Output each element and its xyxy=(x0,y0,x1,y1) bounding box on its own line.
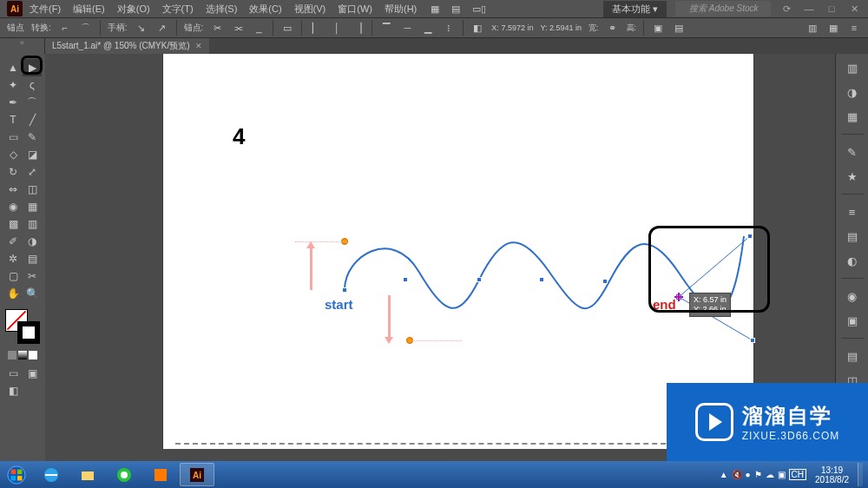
menu-file[interactable]: 文件(F) xyxy=(30,3,61,16)
cut-path-icon[interactable]: ⎯ xyxy=(252,21,266,35)
hand-tool[interactable]: ✋ xyxy=(3,285,23,302)
zoom-tool[interactable]: 🔍 xyxy=(23,285,42,302)
window-close[interactable]: ✕ xyxy=(847,3,861,15)
artboard-tool[interactable]: ▢ xyxy=(3,267,23,285)
panel-appearance-icon[interactable]: ◉ xyxy=(844,287,861,305)
screen-mode-normal[interactable]: ▭ xyxy=(3,365,23,382)
line-tool[interactable]: ╱ xyxy=(23,111,42,129)
curvature-tool[interactable]: ⌒ xyxy=(23,94,42,111)
panel-graphic-styles-icon[interactable]: ▣ xyxy=(844,312,861,329)
panel-toggle-1-icon[interactable]: ▥ xyxy=(806,21,819,35)
lasso-tool[interactable]: ς xyxy=(23,76,42,94)
tray-ime[interactable]: CH xyxy=(789,469,806,480)
anchor-start[interactable] xyxy=(342,287,347,293)
scale-tool[interactable]: ⤢ xyxy=(23,163,42,181)
tray-icon-1[interactable]: 🔇 xyxy=(732,470,742,479)
screen-mode-full[interactable]: ▣ xyxy=(23,365,42,382)
selection-tool[interactable]: ▲ xyxy=(3,59,23,76)
anchor-5[interactable] xyxy=(602,279,608,284)
tray-icon-4[interactable]: ☁ xyxy=(766,470,774,479)
fill-stroke-swatch[interactable] xyxy=(5,309,40,344)
stroke-swatch[interactable] xyxy=(17,321,40,344)
connect-anchor-icon[interactable]: ⫘ xyxy=(231,21,245,35)
y-value[interactable]: 2.5941 in xyxy=(549,23,582,32)
color-mode-buttons[interactable] xyxy=(3,351,42,359)
taskbar-illustrator[interactable]: Ai xyxy=(180,463,214,486)
taskbar-app-orange[interactable] xyxy=(143,463,178,486)
tab-close-icon[interactable]: ✕ xyxy=(195,42,202,50)
taskbar-ie[interactable] xyxy=(34,463,69,486)
align-right-icon[interactable]: ▕ xyxy=(351,21,365,35)
x-value[interactable]: 7.5972 in xyxy=(501,23,533,32)
panel-brushes-icon[interactable]: ✎ xyxy=(844,143,861,161)
search-box[interactable]: 搜索 Adobe Stock xyxy=(675,1,771,16)
taskbar-explorer[interactable] xyxy=(70,463,105,486)
transform-icon[interactable]: ◧ xyxy=(470,21,484,35)
rotate-tool[interactable]: ↻ xyxy=(3,163,23,181)
gradient-tool[interactable]: ▥ xyxy=(23,215,42,233)
blend-tool[interactable]: ◑ xyxy=(23,233,42,250)
graph-tool[interactable]: ▤ xyxy=(23,250,42,267)
remove-anchor-icon[interactable]: ✂ xyxy=(210,21,224,35)
menu-window[interactable]: 窗口(W) xyxy=(338,3,372,16)
window-sync-icon[interactable]: ⟳ xyxy=(779,3,793,15)
anchor-2[interactable] xyxy=(403,277,408,282)
menu-edit[interactable]: 编辑(E) xyxy=(73,3,105,16)
bridge-icon[interactable]: ▦ xyxy=(431,3,439,15)
document-tab[interactable]: L5start_1.ai* @ 150% (CMYK/预览) ✕ xyxy=(45,37,209,54)
align-left-icon[interactable]: ▏ xyxy=(309,21,323,35)
panel-symbols-icon[interactable]: ★ xyxy=(844,168,861,185)
menu-select[interactable]: 选择(S) xyxy=(206,3,238,16)
panel-layers-icon[interactable]: ▤ xyxy=(844,347,861,365)
handle-hide-icon[interactable]: ↗ xyxy=(155,21,169,35)
stock-icon[interactable]: ▤ xyxy=(451,3,460,15)
panel-transparency-icon[interactable]: ◐ xyxy=(844,252,861,269)
align-pixel-icon[interactable]: ▤ xyxy=(672,21,686,35)
isolate-icon[interactable]: ▣ xyxy=(651,21,665,35)
tray-expand-icon[interactable]: ▲ xyxy=(720,470,728,479)
taskbar-360[interactable] xyxy=(107,463,141,486)
tray-icon-2[interactable]: ● xyxy=(746,470,751,479)
align-selection-icon[interactable]: ▭ xyxy=(280,21,294,35)
slice-tool[interactable]: ✂ xyxy=(23,267,42,285)
menu-effect[interactable]: 效果(C) xyxy=(249,3,281,16)
menu-view[interactable]: 视图(V) xyxy=(294,3,326,16)
perspective-tool[interactable]: ▦ xyxy=(23,198,42,215)
menu-type[interactable]: 文字(T) xyxy=(162,3,194,16)
convert-smooth-icon[interactable]: ⌒ xyxy=(79,21,93,35)
panel-swatches-icon[interactable]: ▦ xyxy=(844,108,861,125)
taskbar-clock[interactable]: 13:19 2018/8/2 xyxy=(810,465,854,485)
align-top-icon[interactable]: ▔ xyxy=(379,21,393,35)
tray-icon-3[interactable]: ⚑ xyxy=(754,470,762,479)
link-wh-icon[interactable]: ⚭ xyxy=(606,21,620,35)
handle-show-icon[interactable]: ↘ xyxy=(135,21,148,35)
panel-color-icon[interactable]: ◑ xyxy=(844,83,861,101)
mesh-tool[interactable]: ▩ xyxy=(3,215,23,233)
panel-properties-icon[interactable]: ▥ xyxy=(844,59,861,76)
eraser-tool[interactable]: ◪ xyxy=(23,146,42,163)
symbol-sprayer-tool[interactable]: ✲ xyxy=(3,250,23,267)
free-transform-tool[interactable]: ◫ xyxy=(23,181,42,198)
window-minimize[interactable]: — xyxy=(802,3,816,14)
align-bottom-icon[interactable]: ▁ xyxy=(421,21,435,35)
window-maximize[interactable]: □ xyxy=(825,3,838,14)
draw-mode[interactable]: ◧ xyxy=(3,382,23,399)
shaper-tool[interactable]: ◇ xyxy=(3,146,23,163)
pen-tool[interactable]: ✒ xyxy=(3,94,23,111)
align-center-icon[interactable]: │ xyxy=(330,21,344,35)
expand-menu-icon[interactable]: ≡ xyxy=(847,21,861,35)
menu-object[interactable]: 对象(O) xyxy=(117,3,150,16)
tabbar-grip[interactable]: « xyxy=(0,38,45,54)
convert-corner-icon[interactable]: ⌐ xyxy=(58,21,72,35)
anchor-3[interactable] xyxy=(477,277,482,282)
anchor-4[interactable] xyxy=(539,277,544,282)
start-button[interactable] xyxy=(0,461,33,488)
panel-stroke-icon[interactable]: ≡ xyxy=(844,203,861,221)
handle-in[interactable] xyxy=(750,338,755,343)
align-middle-icon[interactable]: ─ xyxy=(400,21,414,35)
panel-toggle-2-icon[interactable]: ▦ xyxy=(826,21,840,35)
rectangle-tool[interactable]: ▭ xyxy=(3,129,23,146)
eyedropper-tool[interactable]: ✐ xyxy=(3,233,23,250)
distribute-icon[interactable]: ⫶ xyxy=(442,21,456,35)
brush-tool[interactable]: ✎ xyxy=(23,129,42,146)
